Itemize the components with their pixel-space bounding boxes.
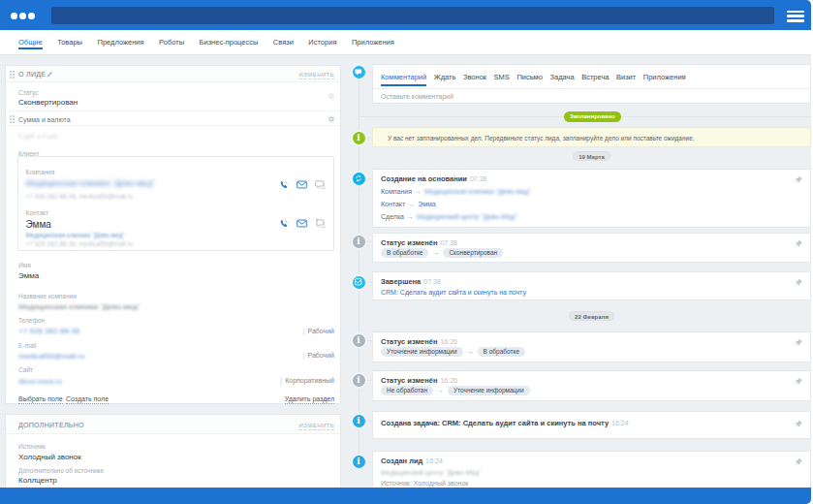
- date-separator: 19 Марта: [372, 151, 811, 162]
- timeline-line: [359, 72, 360, 461]
- tab-biznes-processy[interactable]: Бизнес-процессы: [200, 30, 259, 54]
- pin-icon[interactable]: [794, 278, 803, 288]
- email-icon[interactable]: [297, 180, 307, 189]
- tab-tovary[interactable]: Товары: [57, 30, 82, 54]
- comment-input[interactable]: Оставьте комментарий: [381, 93, 453, 101]
- source-extra-label: Дополнительно об источнике: [18, 467, 104, 475]
- company-field-label: Название компании: [18, 293, 77, 300]
- extra-edit-link[interactable]: ИЗМЕНИТЬ: [299, 423, 334, 430]
- task-link[interactable]: CRM: Сделать аудит сайта и скинуть на по…: [381, 289, 802, 297]
- create-field-link[interactable]: Создать поле: [66, 395, 109, 404]
- contact-company[interactable]: Медицинская клиника "Дево-мед": [26, 232, 125, 239]
- choose-field-link[interactable]: Выбрать поле: [18, 395, 63, 404]
- tab-zadacha[interactable]: Задача: [549, 65, 574, 88]
- planned-button[interactable]: Запланировано: [564, 111, 621, 122]
- task-created-icon: i: [353, 415, 365, 427]
- delete-section-link[interactable]: Удалить раздел: [285, 395, 334, 404]
- date-pill: 19 Марта: [573, 151, 610, 162]
- address-bar[interactable]: [51, 7, 774, 24]
- site-qualifier: |Корпоративный: [280, 377, 334, 385]
- tab-obschie[interactable]: Общие: [18, 30, 43, 54]
- window-dot-icon[interactable]: [11, 13, 17, 19]
- source-label: Источник: [18, 443, 46, 451]
- status-value[interactable]: Сконвертирован: [18, 98, 78, 108]
- status-from: В обработке: [381, 248, 428, 259]
- window-dot-icon[interactable]: [28, 13, 35, 19]
- status-change-icon: i: [353, 374, 365, 387]
- entry-title: Создан лид: [381, 457, 422, 465]
- timeline-entry-lead-created: Создан лид16:24 Медицинский центр "Дево-…: [372, 451, 811, 488]
- status-from: Не обработан: [381, 386, 433, 396]
- drag-handle-icon[interactable]: [10, 71, 15, 79]
- phone-label: Телефон: [18, 317, 45, 325]
- pin-icon[interactable]: [794, 457, 803, 467]
- tab-prilozheniya-tl[interactable]: Приложения: [643, 65, 686, 88]
- entry-time: 16:26: [440, 338, 457, 345]
- entry-time: 16:24: [425, 457, 443, 464]
- date-separator: 22 Февраля: [372, 311, 811, 322]
- tab-istoriya[interactable]: История: [308, 30, 336, 54]
- name-value: Эмма: [18, 271, 39, 281]
- lead-section-tabs: Общие Товары Предложения Роботы Бизнес-п…: [0, 30, 811, 55]
- sum-gear-icon[interactable]: [328, 115, 335, 123]
- timeline-entry-status-3: Статус изменён16:26 Не обработан→Уточнен…: [372, 370, 811, 401]
- sum-currency-label: Сумма и валюта: [18, 116, 71, 124]
- tab-roboty[interactable]: Роботы: [159, 30, 184, 54]
- menu-hamburger-icon[interactable]: [787, 11, 804, 23]
- pin-icon[interactable]: [794, 239, 803, 249]
- tab-svyazi[interactable]: Связи: [273, 30, 294, 54]
- tab-vstrecha[interactable]: Встреча: [581, 65, 609, 88]
- email-value-link[interactable]: medical59@mail.ru: [18, 352, 85, 362]
- edit-pencil-icon[interactable]: [47, 71, 53, 78]
- tab-pismo[interactable]: Письмо: [516, 65, 543, 88]
- entry-title: Создание на основании: [381, 174, 467, 183]
- entry-title: Завершена: [381, 277, 421, 286]
- phone-value-link[interactable]: +7 928 282-88-36: [18, 327, 79, 336]
- status-gear-icon[interactable]: [328, 92, 335, 100]
- window-control-dots: [11, 13, 35, 19]
- entry-title: Статус изменён: [381, 376, 437, 385]
- relation-deal-link[interactable]: Медицинский центр "Дево-Мед": [417, 213, 517, 220]
- contact-name-link[interactable]: Эмма: [26, 219, 51, 231]
- status-to: Сконвертирован: [443, 248, 503, 259]
- drag-handle-icon[interactable]: [10, 115, 15, 123]
- tab-kommentariy[interactable]: Комментарий: [381, 65, 426, 88]
- timeline-entry-status-2: Статус изменён16:26 Уточнение информации…: [372, 331, 811, 362]
- pin-icon[interactable]: [794, 338, 803, 348]
- company-name-link[interactable]: Медицинская клиника "Дево-мед": [26, 178, 155, 188]
- tab-vizit[interactable]: Визит: [616, 65, 636, 88]
- tab-sms[interactable]: SMS: [494, 65, 510, 88]
- tab-predlozheniya[interactable]: Предложения: [97, 30, 143, 54]
- window-dot-icon[interactable]: [19, 13, 26, 19]
- notice-text: У вас нет запланированных дел. Передвинь…: [388, 135, 695, 142]
- pin-icon[interactable]: [794, 420, 803, 429]
- extra-info-card: ДОПОЛНИТЕЛЬНО ИЗМЕНИТЬ Источник Холодный…: [5, 414, 341, 496]
- site-value-link[interactable]: devo-med.ru: [18, 377, 62, 387]
- email-icon[interactable]: [297, 219, 307, 228]
- company-actions: [279, 180, 326, 190]
- tab-zhdat[interactable]: Ждать: [434, 65, 456, 88]
- sum-currency-row[interactable]: Сумма и валюта: [6, 110, 340, 126]
- timeline-entry-task-done: Завершена07:38 CRM: Сделать аудит сайта …: [372, 271, 811, 300]
- contact-label: Контакт: [26, 209, 48, 217]
- pin-icon[interactable]: [794, 377, 803, 387]
- chat-icon[interactable]: [315, 180, 326, 190]
- lead-created-source: Источник: Холодный звонок: [381, 480, 802, 488]
- phone-icon[interactable]: [279, 219, 289, 229]
- chat-icon[interactable]: [315, 219, 326, 229]
- entry-title: Создана задача: CRM: Сделать аудит сайта…: [381, 419, 609, 427]
- timeline-entry-status-1: Статус изменён07:38 В обработке→Сконверт…: [372, 233, 811, 263]
- status-from: Уточнение информации: [381, 347, 463, 358]
- entry-time: 16:26: [440, 377, 457, 384]
- relation-company-link[interactable]: Медицинская клиника "Дево-мед": [424, 188, 531, 195]
- phone-icon[interactable]: [279, 180, 289, 190]
- pin-icon[interactable]: [794, 175, 803, 185]
- relation-contact-link[interactable]: Эмма: [418, 201, 435, 207]
- tab-zvonok[interactable]: Звонок: [463, 65, 486, 88]
- lead-edit-link[interactable]: ИЗМЕНИТЬ: [299, 72, 334, 79]
- timeline-composer-card: Комментарий Ждать Звонок SMS Письмо Зада…: [372, 64, 811, 104]
- lead-card-header: О ЛИДЕ ИЗМЕНИТЬ: [6, 66, 340, 82]
- source-value: Холодный звонок: [18, 453, 81, 462]
- created-from-icon: [353, 173, 365, 185]
- tab-prilozheniya[interactable]: Приложения: [352, 30, 394, 54]
